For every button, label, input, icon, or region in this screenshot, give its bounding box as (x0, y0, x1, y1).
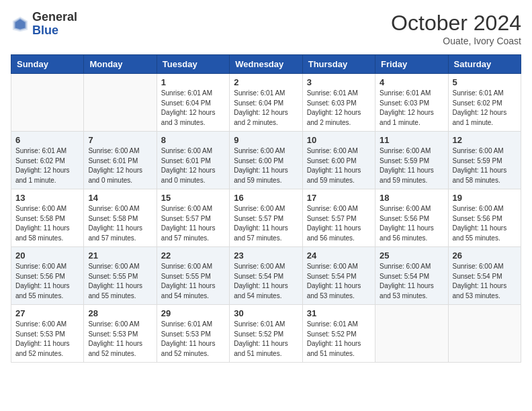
logo-icon (11, 15, 30, 34)
day-info: Sunrise: 6:00 AMSunset: 5:54 PMDaylight:… (380, 262, 443, 301)
day-info: Sunrise: 6:01 AMSunset: 6:03 PMDaylight:… (380, 89, 443, 128)
calendar-day-cell: 19Sunrise: 6:00 AMSunset: 5:56 PMDayligh… (448, 189, 521, 247)
day-number: 23 (234, 250, 298, 261)
day-number: 10 (307, 135, 371, 145)
day-info: Sunrise: 6:01 AMSunset: 6:04 PMDaylight:… (234, 89, 298, 128)
calendar-day-cell: 4Sunrise: 6:01 AMSunset: 6:03 PMDaylight… (375, 74, 448, 132)
calendar-table: SundayMondayTuesdayWednesdayThursdayFrid… (11, 54, 521, 363)
location-subtitle: Ouate, Ivory Coast (391, 36, 521, 46)
day-info: Sunrise: 6:00 AMSunset: 6:00 PMDaylight:… (234, 146, 298, 185)
calendar-day-cell: 18Sunrise: 6:00 AMSunset: 5:56 PMDayligh… (375, 189, 448, 247)
day-number: 22 (161, 250, 225, 261)
calendar-day-cell: 15Sunrise: 6:00 AMSunset: 5:57 PMDayligh… (157, 189, 229, 247)
day-number: 25 (380, 250, 443, 261)
calendar-day-cell (11, 74, 84, 132)
calendar-day-cell: 30Sunrise: 6:01 AMSunset: 5:52 PMDayligh… (230, 305, 302, 363)
day-info: Sunrise: 6:01 AMSunset: 5:53 PMDaylight:… (161, 320, 225, 359)
weekday-header-row: SundayMondayTuesdayWednesdayThursdayFrid… (11, 55, 521, 74)
calendar-day-cell: 7Sunrise: 6:00 AMSunset: 6:01 PMDaylight… (84, 132, 157, 189)
page-header: General Blue October 2024 Ouate, Ivory C… (11, 11, 521, 46)
day-number: 7 (88, 135, 152, 145)
day-info: Sunrise: 6:00 AMSunset: 6:01 PMDaylight:… (88, 146, 152, 185)
day-info: Sunrise: 6:00 AMSunset: 5:57 PMDaylight:… (307, 204, 371, 243)
day-info: Sunrise: 6:00 AMSunset: 5:59 PMDaylight:… (453, 146, 517, 185)
day-info: Sunrise: 6:00 AMSunset: 5:55 PMDaylight:… (88, 262, 152, 301)
calendar-day-cell: 21Sunrise: 6:00 AMSunset: 5:55 PMDayligh… (84, 247, 157, 305)
day-info: Sunrise: 6:00 AMSunset: 5:53 PMDaylight:… (15, 320, 79, 359)
day-number: 8 (161, 135, 225, 145)
calendar-week-row: 27Sunrise: 6:00 AMSunset: 5:53 PMDayligh… (11, 305, 521, 363)
day-info: Sunrise: 6:00 AMSunset: 5:59 PMDaylight:… (380, 146, 443, 185)
calendar-day-cell: 10Sunrise: 6:00 AMSunset: 6:00 PMDayligh… (302, 132, 375, 189)
calendar-day-cell: 12Sunrise: 6:00 AMSunset: 5:59 PMDayligh… (448, 132, 521, 189)
day-number: 29 (161, 308, 225, 318)
day-info: Sunrise: 6:00 AMSunset: 5:54 PMDaylight:… (307, 262, 371, 301)
calendar-day-cell: 9Sunrise: 6:00 AMSunset: 6:00 PMDaylight… (230, 132, 302, 189)
day-info: Sunrise: 6:01 AMSunset: 6:02 PMDaylight:… (453, 89, 517, 128)
day-info: Sunrise: 6:01 AMSunset: 6:02 PMDaylight:… (15, 146, 79, 185)
day-number: 30 (234, 308, 298, 318)
calendar-day-cell: 13Sunrise: 6:00 AMSunset: 5:58 PMDayligh… (11, 189, 84, 247)
weekday-header-wednesday: Wednesday (230, 55, 302, 74)
day-info: Sunrise: 6:01 AMSunset: 5:52 PMDaylight:… (234, 320, 298, 359)
title-section: October 2024 Ouate, Ivory Coast (391, 11, 521, 46)
calendar-day-cell: 8Sunrise: 6:00 AMSunset: 6:01 PMDaylight… (157, 132, 229, 189)
day-info: Sunrise: 6:01 AMSunset: 6:04 PMDaylight:… (161, 89, 225, 128)
day-number: 19 (453, 193, 517, 203)
weekday-header-saturday: Saturday (448, 55, 521, 74)
calendar-day-cell: 16Sunrise: 6:00 AMSunset: 5:57 PMDayligh… (230, 189, 302, 247)
calendar-day-cell: 5Sunrise: 6:01 AMSunset: 6:02 PMDaylight… (448, 74, 521, 132)
calendar-day-cell: 20Sunrise: 6:00 AMSunset: 5:56 PMDayligh… (11, 247, 84, 305)
day-info: Sunrise: 6:00 AMSunset: 5:58 PMDaylight:… (15, 204, 79, 243)
logo-text: General Blue (32, 11, 77, 38)
day-number: 20 (15, 250, 79, 261)
day-number: 24 (307, 250, 371, 261)
day-number: 6 (15, 135, 79, 145)
calendar-day-cell: 26Sunrise: 6:00 AMSunset: 5:54 PMDayligh… (448, 247, 521, 305)
day-number: 15 (161, 193, 225, 203)
day-info: Sunrise: 6:00 AMSunset: 5:55 PMDaylight:… (161, 262, 225, 301)
calendar-day-cell: 11Sunrise: 6:00 AMSunset: 5:59 PMDayligh… (375, 132, 448, 189)
calendar-day-cell: 25Sunrise: 6:00 AMSunset: 5:54 PMDayligh… (375, 247, 448, 305)
calendar-day-cell: 17Sunrise: 6:00 AMSunset: 5:57 PMDayligh… (302, 189, 375, 247)
calendar-week-row: 1Sunrise: 6:01 AMSunset: 6:04 PMDaylight… (11, 74, 521, 132)
day-info: Sunrise: 6:01 AMSunset: 5:52 PMDaylight:… (307, 320, 371, 359)
calendar-day-cell: 14Sunrise: 6:00 AMSunset: 5:58 PMDayligh… (84, 189, 157, 247)
weekday-header-thursday: Thursday (302, 55, 375, 74)
day-number: 11 (380, 135, 443, 145)
calendar-week-row: 6Sunrise: 6:01 AMSunset: 6:02 PMDaylight… (11, 132, 521, 189)
day-number: 1 (161, 77, 225, 87)
calendar-day-cell: 24Sunrise: 6:00 AMSunset: 5:54 PMDayligh… (302, 247, 375, 305)
calendar-day-cell: 2Sunrise: 6:01 AMSunset: 6:04 PMDaylight… (230, 74, 302, 132)
day-number: 18 (380, 193, 443, 203)
day-info: Sunrise: 6:00 AMSunset: 5:56 PMDaylight:… (15, 262, 79, 301)
day-number: 31 (307, 308, 371, 318)
day-number: 5 (453, 77, 517, 87)
calendar-week-row: 20Sunrise: 6:00 AMSunset: 5:56 PMDayligh… (11, 247, 521, 305)
day-info: Sunrise: 6:00 AMSunset: 5:54 PMDaylight:… (453, 262, 517, 301)
day-number: 3 (307, 77, 371, 87)
day-info: Sunrise: 6:00 AMSunset: 6:01 PMDaylight:… (161, 146, 225, 185)
day-number: 27 (15, 308, 79, 318)
day-info: Sunrise: 6:00 AMSunset: 5:56 PMDaylight:… (380, 204, 443, 243)
calendar-day-cell (375, 305, 448, 363)
weekday-header-monday: Monday (84, 55, 157, 74)
calendar-day-cell: 3Sunrise: 6:01 AMSunset: 6:03 PMDaylight… (302, 74, 375, 132)
calendar-day-cell (84, 74, 157, 132)
day-info: Sunrise: 6:00 AMSunset: 5:53 PMDaylight:… (88, 320, 152, 359)
calendar-day-cell: 27Sunrise: 6:00 AMSunset: 5:53 PMDayligh… (11, 305, 84, 363)
day-number: 26 (453, 250, 517, 261)
calendar-day-cell: 29Sunrise: 6:01 AMSunset: 5:53 PMDayligh… (157, 305, 229, 363)
calendar-day-cell (448, 305, 521, 363)
day-number: 2 (234, 77, 298, 87)
day-number: 13 (15, 193, 79, 203)
day-number: 14 (88, 193, 152, 203)
day-info: Sunrise: 6:00 AMSunset: 5:57 PMDaylight:… (234, 204, 298, 243)
day-info: Sunrise: 6:00 AMSunset: 5:58 PMDaylight:… (88, 204, 152, 243)
day-number: 17 (307, 193, 371, 203)
day-info: Sunrise: 6:00 AMSunset: 6:00 PMDaylight:… (307, 146, 371, 185)
calendar-week-row: 13Sunrise: 6:00 AMSunset: 5:58 PMDayligh… (11, 189, 521, 247)
weekday-header-tuesday: Tuesday (157, 55, 229, 74)
day-number: 16 (234, 193, 298, 203)
day-info: Sunrise: 6:00 AMSunset: 5:56 PMDaylight:… (453, 204, 517, 243)
